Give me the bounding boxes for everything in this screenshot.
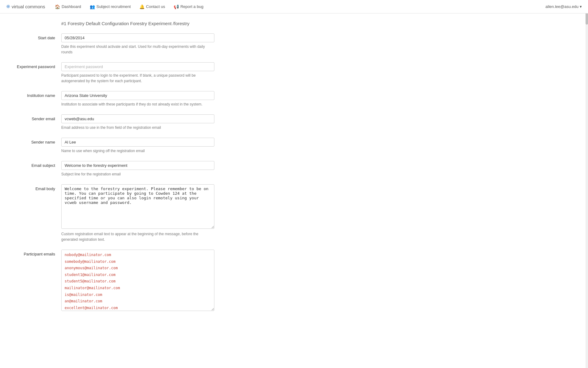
sender-name-input[interactable] <box>61 138 214 147</box>
email-subject-group: Email subject Subject line for the regis… <box>6 161 417 177</box>
sender-email-content: Email address to use in the from field o… <box>61 114 214 130</box>
contact-us-icon: 🔔 <box>139 4 145 9</box>
sender-email-input[interactable] <box>61 114 214 123</box>
experiment-password-hint: Participant password to login to the exp… <box>61 73 214 84</box>
institution-name-label: Institution name <box>6 91 61 98</box>
email-body-label: Email body <box>6 184 61 191</box>
scrollbar[interactable] <box>586 0 588 332</box>
email-subject-content: Subject line for the registration email <box>61 161 214 177</box>
user-email: allen.lee@asu.edu <box>545 4 579 9</box>
start-date-group: Start date Date this experiment should a… <box>6 33 417 55</box>
page-title: #1 Forestry Default Configuration Forest… <box>6 21 417 26</box>
experiment-password-label: Experiment password <box>6 62 61 69</box>
nav-subject-recruitment-label: Subject recruitment <box>96 4 131 9</box>
participant-emails-input[interactable] <box>61 250 214 311</box>
subject-recruitment-icon: 👥 <box>90 4 95 9</box>
sender-email-hint: Email address to use in the from field o… <box>61 125 214 130</box>
nav-items: 🏠 Dashboard 👥 Subject recruitment 🔔 Cont… <box>51 2 545 11</box>
nav-contact-us[interactable]: 🔔 Contact us <box>136 2 169 11</box>
start-date-content: Date this experiment should activate and… <box>61 33 214 55</box>
sender-name-group: Sender name Name to use when signing off… <box>6 138 417 154</box>
participant-emails-content <box>61 250 214 312</box>
start-date-hint: Date this experiment should activate and… <box>61 44 214 55</box>
sender-email-label: Sender email <box>6 114 61 121</box>
experiment-password-group: Experiment password Participant password… <box>6 62 417 84</box>
sender-name-content: Name to use when signing off the registr… <box>61 138 214 154</box>
participant-emails-label: Participant emails <box>6 250 61 256</box>
brand-icon: ❋ <box>6 4 10 10</box>
nav-dashboard[interactable]: 🏠 Dashboard <box>51 2 85 11</box>
institution-name-group: Institution name Institution to associat… <box>6 91 417 107</box>
start-date-input[interactable] <box>61 33 214 42</box>
institution-name-input[interactable] <box>61 91 214 100</box>
main-content: #1 Forestry Default Configuration Forest… <box>0 13 423 332</box>
email-subject-hint: Subject line for the registration email <box>61 171 214 177</box>
email-subject-label: Email subject <box>6 161 61 168</box>
navbar: ❋ virtual commons 🏠 Dashboard 👥 Subject … <box>0 0 588 13</box>
dashboard-icon: 🏠 <box>55 4 60 9</box>
user-dropdown-icon: ▾ <box>580 4 582 9</box>
email-body-content: Welcome to the forestry experiment. Plea… <box>61 184 214 242</box>
nav-contact-us-label: Contact us <box>146 4 165 9</box>
start-date-label: Start date <box>6 33 61 40</box>
nav-dashboard-label: Dashboard <box>62 4 81 9</box>
institution-name-content: Institution to associate with these part… <box>61 91 214 107</box>
nav-subject-recruitment[interactable]: 👥 Subject recruitment <box>86 2 134 11</box>
email-body-group: Email body Welcome to the forestry exper… <box>6 184 417 242</box>
email-subject-input[interactable] <box>61 161 214 170</box>
nav-report-bug[interactable]: 📢 Report a bug <box>170 2 207 11</box>
email-body-hint: Custom registration email text to appear… <box>61 231 214 242</box>
experiment-password-content: Participant password to login to the exp… <box>61 62 214 84</box>
email-body-input[interactable]: Welcome to the forestry experiment. Plea… <box>61 184 214 229</box>
experiment-password-input[interactable] <box>61 62 214 71</box>
sender-email-group: Sender email Email address to use in the… <box>6 114 417 130</box>
sender-name-hint: Name to use when signing off the registr… <box>61 148 214 154</box>
nav-report-bug-label: Report a bug <box>180 4 203 9</box>
brand-label: virtual commons <box>12 4 45 9</box>
user-menu[interactable]: allen.lee@asu.edu ▾ <box>545 4 582 9</box>
report-bug-icon: 📢 <box>174 4 179 9</box>
brand-link[interactable]: ❋ virtual commons <box>6 4 45 10</box>
participant-emails-group: Participant emails <box>6 250 417 312</box>
institution-name-hint: Institution to associate with these part… <box>61 102 214 107</box>
sender-name-label: Sender name <box>6 138 61 144</box>
